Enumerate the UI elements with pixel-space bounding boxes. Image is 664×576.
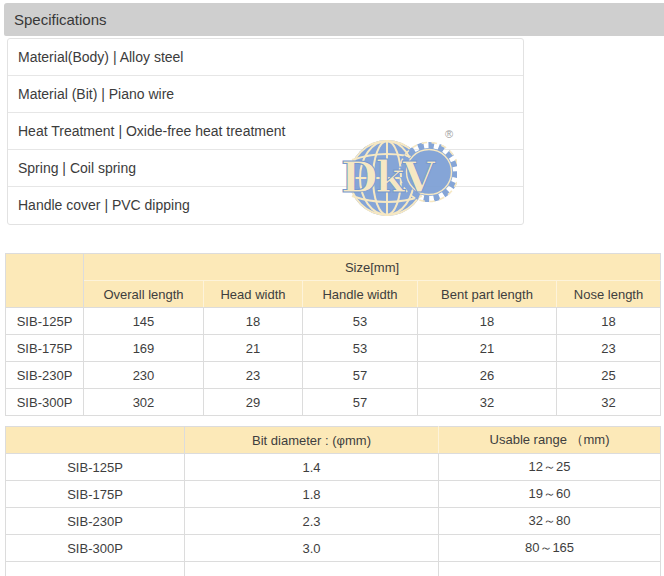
value-cell: 29 bbox=[204, 389, 303, 416]
dkv-logo: ® DkV bbox=[341, 126, 457, 222]
spec-row-material-bit: Material (Bit) | Piano wire bbox=[8, 76, 523, 113]
table-row: SIB-300P 3.0 80～165 bbox=[6, 535, 661, 562]
model-cell: SIB-300P bbox=[6, 389, 84, 416]
value-cell: 18 bbox=[418, 308, 557, 335]
spec-row-material-body: Material(Body) | Alloy steel bbox=[8, 39, 523, 76]
value-cell: 1.4 bbox=[185, 454, 439, 481]
value-cell: 23 bbox=[557, 335, 661, 362]
value-cell: 18 bbox=[204, 308, 303, 335]
empty-cell bbox=[439, 562, 661, 576]
value-cell: 21 bbox=[204, 335, 303, 362]
model-cell: SIB-125P bbox=[6, 454, 185, 481]
model-cell: SIB-125P bbox=[6, 308, 84, 335]
header-cell-handle-width: Handle width bbox=[303, 281, 418, 308]
table-row: SIB-175P 1.8 19～60 bbox=[6, 481, 661, 508]
dkv-logo-graphic: ® DkV bbox=[341, 126, 457, 222]
header-cell-head-width: Head width bbox=[204, 281, 303, 308]
bit-table-corner-cell bbox=[6, 427, 185, 454]
value-cell: 169 bbox=[84, 335, 204, 362]
value-cell: 18 bbox=[557, 308, 661, 335]
value-cell: 26 bbox=[418, 362, 557, 389]
bit-table: Bit diameter : (φmm) Usable range （mm) S… bbox=[5, 426, 661, 576]
size-table-group-row: Size[mm] bbox=[6, 254, 661, 281]
section-header: Specifications bbox=[4, 3, 664, 36]
size-table: Size[mm] Overall length Head width Handl… bbox=[5, 253, 661, 416]
model-cell: SIB-175P bbox=[6, 481, 185, 508]
table-row-empty bbox=[6, 562, 661, 576]
model-cell: SIB-230P bbox=[6, 508, 185, 535]
specifications-page: Specifications Material(Body) | Alloy st… bbox=[0, 0, 664, 576]
value-cell: 302 bbox=[84, 389, 204, 416]
value-cell: 25 bbox=[557, 362, 661, 389]
model-cell: SIB-300P bbox=[6, 535, 185, 562]
table-row: SIB-300P 302 29 57 32 32 bbox=[6, 389, 661, 416]
header-cell-bent-part-length: Bent part length bbox=[418, 281, 557, 308]
table-row: SIB-125P 1.4 12～25 bbox=[6, 454, 661, 481]
empty-cell bbox=[6, 562, 185, 576]
value-cell: 1.8 bbox=[185, 481, 439, 508]
value-cell: 12～25 bbox=[439, 454, 661, 481]
value-cell: 23 bbox=[204, 362, 303, 389]
value-cell: 57 bbox=[303, 389, 418, 416]
value-cell: 32～80 bbox=[439, 508, 661, 535]
table-row: SIB-125P 145 18 53 18 18 bbox=[6, 308, 661, 335]
size-table-corner-cell bbox=[6, 254, 84, 308]
value-cell: 19～60 bbox=[439, 481, 661, 508]
value-cell: 53 bbox=[303, 335, 418, 362]
value-cell: 145 bbox=[84, 308, 204, 335]
value-cell: 53 bbox=[303, 308, 418, 335]
logo-text: DkV bbox=[341, 153, 436, 202]
header-cell-overall-length: Overall length bbox=[84, 281, 204, 308]
header-cell-bit-diameter: Bit diameter : (φmm) bbox=[185, 427, 439, 454]
table-row: SIB-175P 169 21 53 21 23 bbox=[6, 335, 661, 362]
value-cell: 2.3 bbox=[185, 508, 439, 535]
value-cell: 21 bbox=[418, 335, 557, 362]
header-cell-usable-range: Usable range （mm) bbox=[439, 427, 661, 454]
value-cell: 230 bbox=[84, 362, 204, 389]
value-cell: 80～165 bbox=[439, 535, 661, 562]
size-table-group-header: Size[mm] bbox=[84, 254, 661, 281]
table-row: SIB-230P 230 23 57 26 25 bbox=[6, 362, 661, 389]
registered-mark: ® bbox=[445, 128, 453, 140]
table-row: SIB-230P 2.3 32～80 bbox=[6, 508, 661, 535]
value-cell: 32 bbox=[557, 389, 661, 416]
size-table-header-row: Overall length Head width Handle width B… bbox=[6, 281, 661, 308]
value-cell: 32 bbox=[418, 389, 557, 416]
bit-table-header-row: Bit diameter : (φmm) Usable range （mm) bbox=[6, 427, 661, 454]
model-cell: SIB-175P bbox=[6, 335, 84, 362]
value-cell: 3.0 bbox=[185, 535, 439, 562]
section-title: Specifications bbox=[4, 3, 664, 36]
empty-cell bbox=[185, 562, 439, 576]
header-cell-nose-length: Nose length bbox=[557, 281, 661, 308]
model-cell: SIB-230P bbox=[6, 362, 84, 389]
value-cell: 57 bbox=[303, 362, 418, 389]
